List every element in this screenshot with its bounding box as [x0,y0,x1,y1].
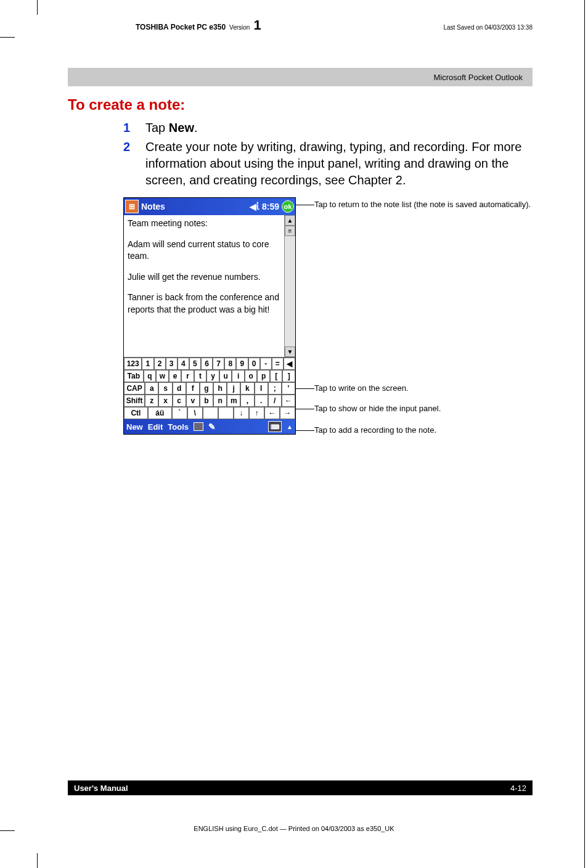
key-z[interactable]: z [145,395,158,407]
saved-info: Last Saved on 04/03/2003 13:38 [443,24,533,31]
version-number: 1 [253,17,261,33]
key-\[interactable]: \ [187,407,203,419]
pen-icon[interactable]: ✎ [208,422,216,432]
key-◀[interactable]: ◀ [284,358,295,370]
menu-edit[interactable]: Edit [148,422,163,432]
key-space[interactable] [203,407,218,419]
key-i[interactable]: i [232,370,245,382]
key-h[interactable]: h [213,382,227,395]
key-123[interactable]: 123 [124,358,142,370]
key-q[interactable]: q [144,370,157,382]
scrollbar[interactable]: ▲ ≡ ▼ [284,215,295,357]
annotation: Tap to return to the note list (the note… [314,200,533,210]
key-s[interactable]: s [158,382,172,395]
ok-button[interactable]: ok [282,200,294,213]
key-w[interactable]: w [156,370,169,382]
key-v[interactable]: v [186,395,200,407]
key-CAP[interactable]: CAP [124,382,145,395]
key-g[interactable]: g [200,382,213,395]
version-label: Version [229,24,250,31]
key--[interactable]: - [260,358,272,370]
note-line: Julie will get the revenue numbers. [128,271,280,284]
key-j[interactable]: j [227,382,240,395]
chapter-title: Microsoft Pocket Outlook [434,73,523,82]
key-y[interactable]: y [206,370,219,382]
key-'[interactable]: ' [282,382,295,395]
speaker-icon[interactable]: ◀ἰ [250,202,259,211]
key-u[interactable]: u [219,370,232,382]
soft-keyboard[interactable]: 1231234567890-=◀Tabqwertyuiop[]CAPasdfgh… [124,357,295,419]
key-=[interactable]: = [272,358,284,370]
step-2: 2 Create your note by writing, drawing, … [123,139,533,189]
footer-bar: User's Manual 4-12 [68,780,533,795]
key-Ctl[interactable]: Ctl [124,407,148,419]
menu-new[interactable]: New [126,422,143,432]
key-Shift[interactable]: Shift [124,395,145,407]
key-áü[interactable]: áü [148,407,172,419]
key-l[interactable]: l [255,382,268,395]
key-m[interactable]: m [227,395,240,407]
key-b[interactable]: b [200,395,213,407]
key-8[interactable]: 8 [224,358,236,370]
key-d[interactable]: d [173,382,186,395]
key-5[interactable]: 5 [189,358,201,370]
key-,[interactable]: , [240,395,254,407]
key-↑[interactable]: ↑ [249,407,264,419]
key-space[interactable] [218,407,234,419]
key-3[interactable]: 3 [166,358,178,370]
key-↓[interactable]: ↓ [234,407,249,419]
key-1[interactable]: 1 [142,358,153,370]
page-header: TOSHIBA Pocket PC e350 Version 1 Last Sa… [136,17,533,33]
sip-toggle-icon[interactable]: ⌨ [268,421,282,432]
key-x[interactable]: x [158,395,172,407]
step-bold: New [169,121,194,134]
product-name: TOSHIBA Pocket PC e350 [136,23,226,31]
key-e[interactable]: e [169,370,182,382]
scroll-down-icon[interactable]: ▼ [285,346,295,357]
key-←[interactable]: ← [264,407,280,419]
annotation: Tap to show or hide the input panel. [314,404,533,414]
note-line: Team meeting notes: [128,218,280,230]
step-1: 1 Tap New. [123,120,533,136]
key-4[interactable]: 4 [178,358,189,370]
key-[[interactable]: [ [270,370,283,382]
key-→[interactable]: → [280,407,295,419]
key-n[interactable]: n [213,395,227,407]
key-6[interactable]: 6 [201,358,213,370]
crop-mark [37,0,38,15]
note-body[interactable]: Team meeting notes: Adam will send curre… [124,215,284,357]
key-9[interactable]: 9 [236,358,248,370]
crop-mark [584,0,585,868]
step-text: Tap [145,121,169,134]
start-icon[interactable]: ⊞ [125,200,139,213]
key-`[interactable]: ` [172,407,187,419]
chapter-bar: Microsoft Pocket Outlook [68,68,533,86]
key-r[interactable]: r [181,370,194,382]
key-a[interactable]: a [145,382,158,395]
annotation: Tap to add a recording to the note. [314,425,533,436]
key-←[interactable]: ← [282,395,295,407]
key-p[interactable]: p [257,370,270,382]
key-/[interactable]: / [268,395,282,407]
key-o[interactable]: o [245,370,258,382]
key-t[interactable]: t [194,370,207,382]
menu-tools[interactable]: Tools [168,422,189,432]
command-bar: New Edit Tools ✎ ⌨ ▲ [124,419,295,434]
key-2[interactable]: 2 [154,358,166,370]
footer-right: 4-12 [510,784,526,793]
key-c[interactable]: c [173,395,186,407]
key-f[interactable]: f [186,382,200,395]
print-info: ENGLISH using Euro_C.dot — Printed on 04… [0,825,588,832]
key-0[interactable]: 0 [248,358,260,370]
key-Tab[interactable]: Tab [124,370,144,382]
key-.[interactable]: . [255,395,268,407]
scroll-up-icon[interactable]: ▲ [285,215,295,226]
key-k[interactable]: k [240,382,254,395]
record-icon[interactable] [194,422,203,431]
key-;[interactable]: ; [268,382,282,395]
scroll-track[interactable] [285,236,295,346]
key-][interactable]: ] [282,370,295,382]
scroll-thumb[interactable]: ≡ [285,226,295,236]
key-7[interactable]: 7 [213,358,224,370]
sip-menu-icon[interactable]: ▲ [287,424,293,430]
